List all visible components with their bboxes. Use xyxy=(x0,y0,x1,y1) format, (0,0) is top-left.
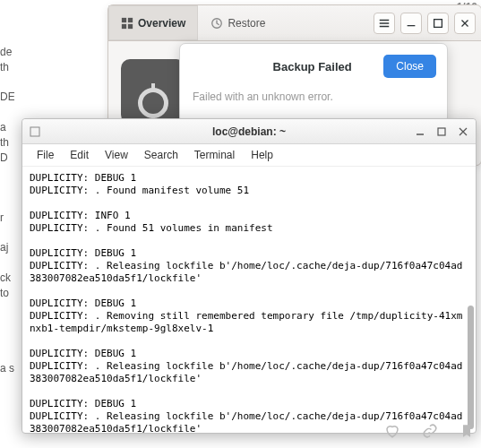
link-button[interactable] xyxy=(422,423,438,443)
bookmark-button[interactable] xyxy=(460,423,474,443)
menu-view[interactable]: View xyxy=(98,146,135,164)
minimize-button[interactable] xyxy=(400,13,422,34)
svg-rect-1 xyxy=(128,17,133,22)
maximize-icon xyxy=(432,17,444,30)
minimize-icon xyxy=(405,17,417,30)
close-button[interactable] xyxy=(454,13,476,34)
svg-rect-5 xyxy=(434,19,442,27)
dialog-title: Backup Failed xyxy=(241,60,383,73)
tab-overview[interactable]: Overview xyxy=(108,5,198,40)
svg-rect-6 xyxy=(30,127,39,136)
tab-label: Overview xyxy=(138,17,185,30)
terminal-title: loc@debian: ~ xyxy=(22,125,476,138)
terminal-app-menu[interactable] xyxy=(28,125,42,139)
bg-text-fragment: de th DE a th D r aj ck to a specifi xyxy=(0,45,14,376)
heart-icon xyxy=(384,423,400,439)
menu-help[interactable]: Help xyxy=(244,146,280,164)
hamburger-menu-button[interactable] xyxy=(374,13,395,34)
menu-search[interactable]: Search xyxy=(137,146,185,164)
restore-icon xyxy=(210,17,223,30)
tab-label: Restore xyxy=(228,17,265,30)
close-icon xyxy=(459,127,468,136)
maximize-icon xyxy=(437,127,446,136)
terminal-close-button[interactable] xyxy=(456,125,470,139)
bookmark-icon xyxy=(460,423,474,439)
square-icon xyxy=(30,126,40,137)
menu-terminal[interactable]: Terminal xyxy=(187,146,242,164)
terminal-menubar: File Edit View Search Terminal Help xyxy=(22,144,476,167)
grid-icon xyxy=(121,17,133,30)
scrollbar-thumb[interactable] xyxy=(468,306,474,429)
post-actions xyxy=(0,423,474,443)
menu-file[interactable]: File xyxy=(30,146,61,164)
terminal-minimize-button[interactable] xyxy=(413,125,427,139)
hamburger-icon xyxy=(378,17,391,30)
menu-edit[interactable]: Edit xyxy=(63,146,96,164)
dialog-message: Failed with an unknown error. xyxy=(191,87,436,112)
minimize-icon xyxy=(416,127,425,136)
terminal-output[interactable]: DUPLICITY: DEBUG 1 DUPLICITY: . Found ma… xyxy=(22,167,476,433)
svg-rect-2 xyxy=(122,23,126,28)
maximize-button[interactable] xyxy=(427,13,449,34)
terminal-maximize-button[interactable] xyxy=(434,125,449,139)
svg-rect-0 xyxy=(122,17,126,22)
link-icon xyxy=(422,423,438,439)
terminal-text: DUPLICITY: DEBUG 1 DUPLICITY: . Found ma… xyxy=(30,172,462,433)
svg-rect-7 xyxy=(438,128,445,135)
svg-rect-3 xyxy=(128,23,133,28)
error-dialog: Backup Failed Close Failed with an unkno… xyxy=(179,43,448,124)
terminal-titlebar: loc@debian: ~ xyxy=(22,119,476,144)
headerbar: Overview Restore xyxy=(108,5,481,41)
close-icon xyxy=(459,17,471,30)
terminal-scrollbar[interactable] xyxy=(468,216,474,429)
tab-restore[interactable]: Restore xyxy=(198,5,278,40)
terminal-window: loc@debian: ~ File Edit View Search Term… xyxy=(21,118,477,434)
like-button[interactable] xyxy=(384,423,400,443)
safe-app-icon xyxy=(121,59,185,124)
dialog-close-button[interactable]: Close xyxy=(383,55,436,78)
